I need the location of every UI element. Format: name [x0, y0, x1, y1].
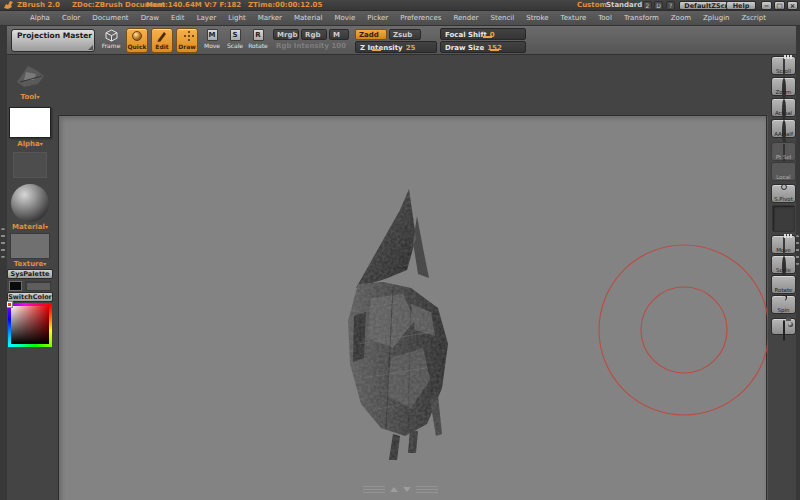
- current-alpha-thumbnail[interactable]: [9, 107, 51, 138]
- rotate-label: Rotate: [248, 43, 268, 49]
- spin-button[interactable]: Spin: [771, 295, 796, 314]
- frame-button[interactable]: Frame: [100, 28, 122, 53]
- standard-ui-button[interactable]: Standard: [606, 1, 642, 9]
- draw-button[interactable]: Draw: [176, 28, 198, 53]
- current-texture-thumbnail[interactable]: [10, 233, 50, 259]
- left-tray-handle[interactable]: [1, 228, 5, 258]
- rgb-toggle[interactable]: Rgb: [301, 29, 327, 40]
- color-picker-marker: [6, 301, 13, 308]
- zsub-toggle[interactable]: Zsub: [389, 29, 421, 40]
- menu-item-preferences[interactable]: Preferences: [400, 14, 441, 22]
- menu-bar: Alpha Color Document Draw Edit Layer Lig…: [0, 11, 800, 26]
- set-pivot-button[interactable]: S.Pivot: [771, 184, 796, 203]
- ztime-info: ZTime:00:00:12.05: [248, 1, 322, 9]
- top-shelf: Projection Master Frame Quick Edit Draw …: [0, 26, 800, 55]
- gyro-ring-inner: [641, 287, 727, 373]
- menu-item-picker[interactable]: Picker: [367, 14, 388, 22]
- m-toggle[interactable]: M: [329, 29, 349, 40]
- z-intensity-label: Z Intensity: [360, 44, 403, 52]
- sys-palette-button[interactable]: SysPalette: [7, 269, 53, 279]
- main-color-swatch[interactable]: [9, 281, 22, 291]
- texture-dropdown-arrow: ▾: [43, 260, 46, 267]
- scale-button[interactable]: S Scale: [224, 28, 246, 53]
- menu-item-marker[interactable]: Marker: [258, 14, 282, 22]
- snapshot-button[interactable]: [771, 318, 796, 335]
- local-pivot-button[interactable]: Local: [771, 162, 796, 181]
- canvas-rotate-button[interactable]: Rotate: [771, 275, 796, 294]
- menu-item-zplugin[interactable]: Zplugin: [703, 14, 729, 22]
- window-close-button[interactable]: ×: [787, 1, 798, 10]
- color-picker[interactable]: [8, 303, 52, 347]
- layout-2-button[interactable]: 2: [643, 1, 652, 10]
- frame-label: Frame: [102, 43, 121, 49]
- quick-button[interactable]: Quick: [126, 28, 148, 53]
- current-material-thumbnail[interactable]: [11, 184, 49, 222]
- rgb-intensity-slider-disabled: Rgb Intensity 100: [276, 42, 346, 50]
- zoom-button[interactable]: Zoom: [771, 77, 796, 96]
- z-intensity-slider[interactable]: Z Intensity25: [355, 41, 437, 53]
- menu-item-material[interactable]: Material: [294, 14, 322, 22]
- focal-shift-slider[interactable]: Focal Shift0: [440, 28, 526, 40]
- menu-item-stencil[interactable]: Stencil: [490, 14, 514, 22]
- menu-item-transform[interactable]: Transform: [624, 14, 659, 22]
- actual-size-button[interactable]: Actual: [771, 98, 796, 117]
- stencil-thumbnail[interactable]: [13, 152, 47, 178]
- menu-item-texture[interactable]: Texture: [561, 14, 587, 22]
- menu-item-document[interactable]: Document: [92, 14, 128, 22]
- app-title: ZBrush 2.0: [17, 1, 60, 9]
- canvas-move-button[interactable]: Move: [771, 235, 796, 254]
- rotate-button[interactable]: R Rotate: [247, 28, 269, 53]
- menu-item-edit[interactable]: Edit: [171, 14, 185, 22]
- alpha-palette-button[interactable]: Alpha▾: [6, 140, 54, 148]
- zadd-toggle[interactable]: Zadd: [355, 29, 387, 40]
- secondary-color-swatch[interactable]: [25, 281, 51, 291]
- tool-dropdown-arrow: ▾: [36, 93, 39, 100]
- move-button[interactable]: M Move: [201, 28, 223, 53]
- point-selection-button[interactable]: Pt Sel: [771, 142, 796, 161]
- menu-item-light[interactable]: Light: [228, 14, 245, 22]
- bottom-tray-handle[interactable]: [352, 485, 448, 494]
- expand-up-icon: [390, 487, 398, 492]
- frame-cube-icon: [105, 28, 118, 42]
- aahalf-button[interactable]: AAHalf: [771, 119, 796, 138]
- edit-button[interactable]: Edit: [151, 28, 173, 53]
- menu-item-layer[interactable]: Layer: [197, 14, 217, 22]
- switch-color-button[interactable]: SwitchColor: [7, 292, 53, 302]
- draw-size-slider[interactable]: Draw Size152: [440, 41, 526, 53]
- workspace: [0, 55, 800, 500]
- menu-item-alpha[interactable]: Alpha: [30, 14, 50, 22]
- draw-size-tick: [490, 49, 499, 51]
- color-picker-sv-square[interactable]: [11, 306, 49, 344]
- document-canvas[interactable]: [58, 115, 767, 500]
- scale-icon: S: [230, 28, 241, 42]
- material-palette-button[interactable]: Material▾: [6, 223, 54, 231]
- scroll-button[interactable]: Scroll: [771, 56, 796, 75]
- menu-item-zscript[interactable]: Zscript: [742, 14, 766, 22]
- zbrush-logo-icon: [3, 0, 14, 10]
- tool-palette-button[interactable]: Tool▾: [6, 93, 54, 101]
- texture-palette-button[interactable]: Texture▾: [6, 260, 54, 268]
- edit-label: Edit: [155, 44, 168, 50]
- z-intensity-value: 25: [406, 44, 416, 52]
- menu-item-stroke[interactable]: Stroke: [526, 14, 548, 22]
- scale-label: Scale: [227, 43, 243, 49]
- menu-item-tool[interactable]: Tool: [598, 14, 612, 22]
- custom-ui-button[interactable]: Custom: [577, 1, 607, 9]
- window-minimize-button[interactable]: −: [761, 1, 772, 10]
- current-tool-thumbnail[interactable]: [10, 60, 50, 91]
- menu-item-draw[interactable]: Draw: [141, 14, 159, 22]
- menu-item-render[interactable]: Render: [453, 14, 478, 22]
- right-shelf-recess: [772, 205, 795, 232]
- mrgb-toggle[interactable]: Mrgb: [273, 29, 299, 40]
- projection-master-button[interactable]: Projection Master: [11, 29, 95, 52]
- alpha-dropdown-arrow: ▾: [40, 140, 43, 147]
- menu-item-color[interactable]: Color: [62, 14, 80, 22]
- help-button[interactable]: Help: [726, 1, 756, 10]
- canvas-scale-button[interactable]: Scale: [771, 255, 796, 274]
- window-restore-button[interactable]: □: [774, 1, 785, 10]
- quick-help-button[interactable]: ?: [666, 1, 675, 10]
- menu-item-movie[interactable]: Movie: [335, 14, 356, 22]
- layout-d-button[interactable]: D: [654, 1, 663, 10]
- right-tray-handle[interactable]: [796, 235, 799, 265]
- menu-item-zoom[interactable]: Zoom: [671, 14, 691, 22]
